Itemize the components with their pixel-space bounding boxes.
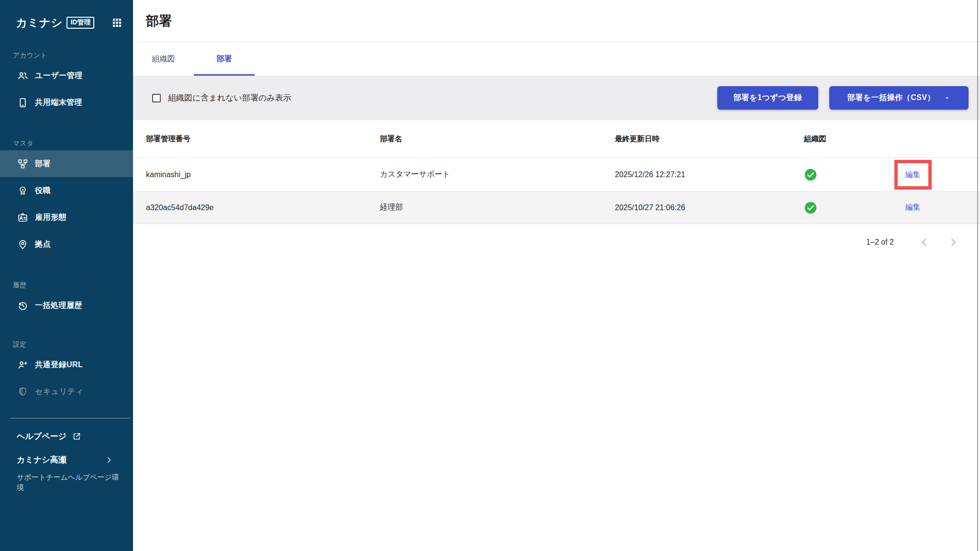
bulk-csv-button[interactable]: 部署を一括操作（CSV） xyxy=(829,86,969,110)
org-tree-icon xyxy=(17,158,28,169)
external-link-icon xyxy=(72,432,81,441)
history-icon xyxy=(17,300,28,311)
page-title: 部署 xyxy=(146,12,172,30)
tab-label: 部署 xyxy=(217,54,232,64)
section-label: マスタ xyxy=(0,139,133,147)
sidebar-item-locations[interactable]: 拠点 xyxy=(0,231,133,258)
sidebar-item-label: 部署 xyxy=(35,159,51,169)
table-row: a320ac54d7da429e 経理部 2025/10/27 21:06:26… xyxy=(133,191,980,224)
app-root: カミナシ ID管理 アカウント ユーザー管理 共用端末管理 xyxy=(0,0,980,551)
department-name-cell: カスタマーサポート xyxy=(380,169,615,180)
help-page-label: ヘルプページ xyxy=(17,431,67,442)
license-icon xyxy=(17,413,28,414)
register-button-label: 部署を1つずつ登録 xyxy=(734,93,802,103)
person-add-icon xyxy=(17,360,28,371)
location-pin-icon xyxy=(17,239,28,250)
id-card-icon xyxy=(17,212,28,223)
col-header-department-id: 部署管理番号 xyxy=(146,134,380,144)
sidebar-item-user-management[interactable]: ユーザー管理 xyxy=(0,62,133,89)
col-header-org-chart: 組織図 xyxy=(804,134,861,144)
department-name-cell: 経理部 xyxy=(380,202,615,213)
section-label: アカウント xyxy=(0,51,133,59)
sidebar-section-account: アカウント ユーザー管理 共用端末管理 xyxy=(0,51,133,116)
chevron-right-icon xyxy=(105,456,113,464)
tenant-menu[interactable]: カミナシ高瀬 xyxy=(0,454,133,465)
sidebar-item-label: 雇用形態 xyxy=(35,213,67,223)
table-row: kaminashi_jp カスタマーサポート 2025/12/26 12:27:… xyxy=(133,158,980,191)
last-updated-cell: 2025/10/27 21:06:26 xyxy=(615,203,804,212)
pagination-prev-button[interactable] xyxy=(919,236,930,248)
sidebar-item-positions[interactable]: 役職 xyxy=(0,177,133,204)
tab-departments[interactable]: 部署 xyxy=(194,42,255,76)
org-filter-label: 組織図に含まれない部署のみ表示 xyxy=(168,92,291,103)
sidebar-section-master: マスタ 部署 役職 雇用形態 xyxy=(0,139,133,258)
department-id-cell: kaminashi_jp xyxy=(146,170,380,179)
check-circle-icon xyxy=(804,168,817,181)
sidebar-item-departments[interactable]: 部署 xyxy=(0,150,133,177)
apps-grid-icon[interactable] xyxy=(111,17,122,28)
sidebar-item-label: セキュリティ xyxy=(35,387,83,397)
edit-cell: 編集 xyxy=(861,202,964,213)
sidebar-item-label: 拠点 xyxy=(35,239,51,249)
section-label: 設定 xyxy=(0,340,133,349)
section-label: 履歴 xyxy=(0,281,133,289)
logo-row: カミナシ ID管理 xyxy=(0,0,133,31)
sidebar-item-shared-device-management[interactable]: 共用端末管理 xyxy=(0,89,133,116)
sidebar-item-license: ライセンス xyxy=(0,405,133,414)
departments-table: 部署管理番号 部署名 最終更新日時 組織図 kaminashi_jp カスタマー… xyxy=(133,120,980,224)
last-updated-cell: 2025/12/26 12:27:21 xyxy=(615,170,804,179)
sidebar-item-common-registration-url[interactable]: 共通登録URL xyxy=(0,351,133,378)
col-header-last-updated: 最終更新日時 xyxy=(615,134,804,144)
award-icon xyxy=(17,185,28,196)
table-header-row: 部署管理番号 部署名 最終更新日時 組織図 xyxy=(133,120,980,158)
tab-org-chart[interactable]: 組織図 xyxy=(133,42,194,76)
tab-bar: 組織図 部署 xyxy=(133,42,980,76)
sidebar-section-settings: 設定 共通登録URL セキュリティ ライセンス xyxy=(0,340,133,414)
users-icon xyxy=(17,70,28,81)
sidebar-section-history: 履歴 一括処理履歴 xyxy=(0,281,133,319)
logo-badge: ID管理 xyxy=(67,17,94,29)
sidebar-item-security: セキュリティ xyxy=(0,378,133,405)
org-chart-cell xyxy=(804,168,861,181)
sidebar-footer: ヘルプページ カミナシ高瀬 サポートチームヘルプページ環境 xyxy=(0,418,133,492)
caret-down-icon xyxy=(944,95,950,101)
help-page-link[interactable]: ヘルプページ xyxy=(0,431,133,442)
col-header-department-name: 部署名 xyxy=(380,134,615,144)
sidebar-item-label: 一括処理履歴 xyxy=(35,301,82,311)
sidebar-item-employment-type[interactable]: 雇用形態 xyxy=(0,204,133,231)
page-header: 部署 xyxy=(133,0,980,42)
sidebar-item-bulk-history[interactable]: 一括処理履歴 xyxy=(0,292,133,319)
edit-link[interactable]: 編集 xyxy=(905,202,921,213)
edit-cell: 編集 xyxy=(861,160,964,190)
edit-link[interactable]: 編集 xyxy=(905,170,921,179)
action-buttons: 部署を1つずつ登録 部署を一括操作（CSV） xyxy=(717,86,969,110)
sidebar-item-label: ユーザー管理 xyxy=(35,71,83,81)
tenant-name: カミナシ高瀬 xyxy=(17,454,67,465)
highlight-box: 編集 xyxy=(894,160,932,190)
pagination-next-button[interactable] xyxy=(947,236,959,248)
sidebar-item-label: 役職 xyxy=(35,186,51,196)
register-department-button[interactable]: 部署を1つずつ登録 xyxy=(717,86,818,110)
department-id-cell: a320ac54d7da429e xyxy=(146,203,380,212)
pagination-range: 1–2 of 2 xyxy=(866,238,894,247)
logo-text: カミナシ xyxy=(16,15,63,30)
sidebar: カミナシ ID管理 アカウント ユーザー管理 共用端末管理 xyxy=(0,0,133,551)
main-content: 部署 組織図 部署 組織図に含まれない部署のみ表示 部署を1つずつ登録 部署を一… xyxy=(133,0,980,551)
check-circle-icon xyxy=(804,201,817,214)
clipped-item-wrap: ライセンス xyxy=(0,405,133,414)
sidebar-item-label: 共用端末管理 xyxy=(35,98,82,108)
sidebar-item-label: 共通登録URL xyxy=(35,360,83,370)
window-right-border xyxy=(977,0,978,551)
filter-bar: 組織図に含まれない部署のみ表示 部署を1つずつ登録 部署を一括操作（CSV） xyxy=(133,76,980,120)
bulk-button-label: 部署を一括操作（CSV） xyxy=(847,93,935,103)
device-icon xyxy=(17,97,28,108)
org-chart-cell xyxy=(804,201,861,214)
environment-note: サポートチームヘルプページ環境 xyxy=(0,472,120,492)
pagination: 1–2 of 2 xyxy=(133,236,980,248)
org-filter-checkbox[interactable] xyxy=(152,94,161,102)
sidebar-item-label: ライセンス xyxy=(35,414,75,414)
active-tab-indicator xyxy=(194,74,255,76)
shield-icon xyxy=(17,386,28,397)
tab-label: 組織図 xyxy=(152,54,175,64)
